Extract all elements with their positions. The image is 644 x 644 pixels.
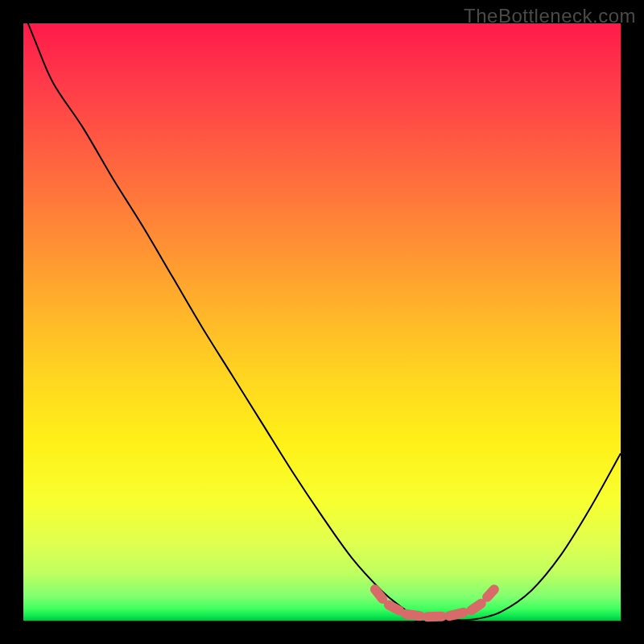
chart-container: TheBottleneck.com bbox=[0, 0, 644, 644]
watermark-text: TheBottleneck.com bbox=[464, 5, 636, 27]
gradient-plot-area bbox=[23, 23, 621, 621]
